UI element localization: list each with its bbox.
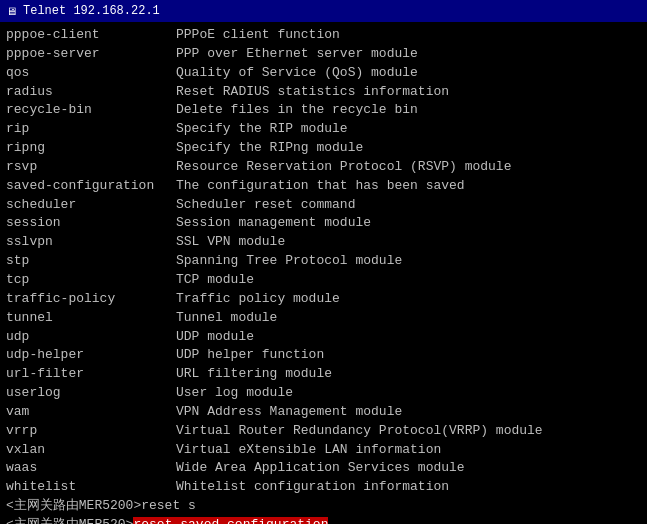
prompt-line-1: <主网关路由MER5200>reset s	[6, 497, 641, 516]
table-row: waasWide Area Application Services modul…	[6, 459, 641, 478]
table-row: vamVPN Address Management module	[6, 403, 641, 422]
table-row: tcpTCP module	[6, 271, 641, 290]
table-row: pppoe-serverPPP over Ethernet server mod…	[6, 45, 641, 64]
table-row: saved-configurationThe configuration tha…	[6, 177, 641, 196]
terminal: pppoe-clientPPPoE client functionpppoe-s…	[0, 22, 647, 524]
table-row: qosQuality of Service (QoS) module	[6, 64, 641, 83]
table-row: sessionSession management module	[6, 214, 641, 233]
table-row: recycle-binDelete files in the recycle b…	[6, 101, 641, 120]
table-row: vrrpVirtual Router Redundancy Protocol(V…	[6, 422, 641, 441]
title-bar-icon: 🖥	[6, 5, 17, 18]
table-row: ripSpecify the RIP module	[6, 120, 641, 139]
table-row: traffic-policyTraffic policy module	[6, 290, 641, 309]
table-row: sslvpnSSL VPN module	[6, 233, 641, 252]
table-row: userlogUser log module	[6, 384, 641, 403]
highlighted-command: reset saved-configuration	[133, 517, 328, 524]
table-row: pppoe-clientPPPoE client function	[6, 26, 641, 45]
table-row: whitelistWhitelist configuration informa…	[6, 478, 641, 497]
table-row: url-filterURL filtering module	[6, 365, 641, 384]
title-bar-title: Telnet 192.168.22.1	[23, 4, 160, 18]
table-row: tunnelTunnel module	[6, 309, 641, 328]
table-row: vxlanVirtual eXtensible LAN information	[6, 441, 641, 460]
table-row: stpSpanning Tree Protocol module	[6, 252, 641, 271]
table-row: ripngSpecify the RIPng module	[6, 139, 641, 158]
table-row: schedulerScheduler reset command	[6, 196, 641, 215]
prompt-line-2: <主网关路由MER520>reset saved-configuration	[6, 516, 641, 524]
table-row: radiusReset RADIUS statistics informatio…	[6, 83, 641, 102]
table-row: udpUDP module	[6, 328, 641, 347]
table-row: rsvpResource Reservation Protocol (RSVP)…	[6, 158, 641, 177]
title-bar: 🖥 Telnet 192.168.22.1	[0, 0, 647, 22]
table-row: udp-helperUDP helper function	[6, 346, 641, 365]
